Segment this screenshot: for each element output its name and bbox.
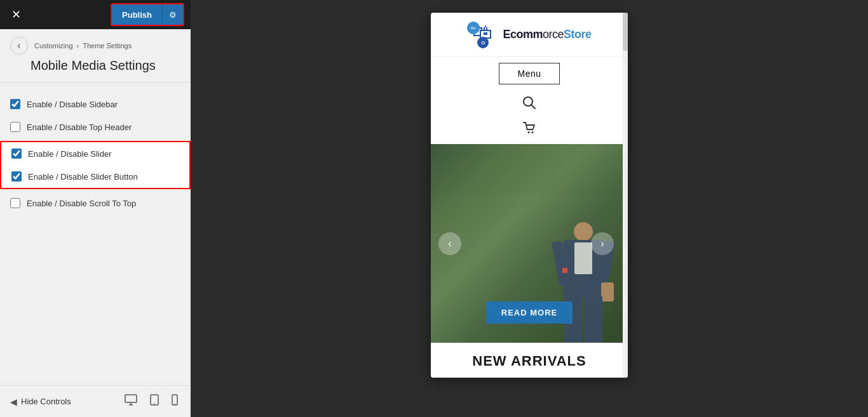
logo-store-text: Store [564, 28, 592, 41]
right-preview: 🛍 ✏ O EcommorceStore Menu [191, 0, 868, 417]
sidebar-label[interactable]: Enable / Disable Sidebar [27, 100, 118, 109]
svg-point-10 [532, 131, 534, 133]
new-arrivals-section: NEW ARRIVALS [431, 343, 628, 378]
hide-controls-arrow: ◀ [10, 397, 17, 407]
logo-ecomm: Ecomm [503, 28, 543, 41]
highlighted-group: Enable / Disable Slider Enable / Disable… [0, 141, 191, 189]
svg-rect-5 [172, 395, 177, 405]
top-header-label[interactable]: Enable / Disable Top Header [27, 122, 132, 132]
publish-area: Publish ⚙ [111, 3, 184, 26]
sidebar-setting: Enable / Disable Sidebar [0, 93, 191, 116]
bottom-icons [122, 392, 180, 411]
phone-scrollbar[interactable] [623, 13, 628, 378]
settings-list: Enable / Disable Sidebar Enable / Disabl… [0, 88, 191, 417]
slider-button-checkbox[interactable] [11, 171, 22, 182]
top-header-checkbox[interactable] [10, 122, 20, 132]
top-header-setting: Enable / Disable Top Header [0, 116, 191, 138]
svg-rect-0 [125, 395, 137, 402]
desktop-icon[interactable] [122, 392, 140, 411]
svg-point-4 [154, 403, 155, 404]
breadcrumb-customizing: Customizing [34, 42, 73, 50]
hide-controls[interactable]: ◀ Hide Controls [10, 397, 116, 407]
publish-button[interactable]: Publish [112, 4, 162, 25]
phone-slider: ‹ › READ MORE [431, 144, 628, 343]
cart-icon [522, 121, 536, 139]
left-panel: ✕ Publish ⚙ ‹ Customizing › Theme Settin… [0, 0, 191, 417]
menu-button[interactable]: Menu [499, 63, 559, 84]
new-arrivals-title: NEW ARRIVALS [441, 353, 618, 369]
svg-line-8 [532, 105, 536, 109]
tablet-icon[interactable] [147, 392, 161, 411]
slider-button-label[interactable]: Enable / Disable Slider Button [28, 172, 138, 182]
svg-point-9 [528, 131, 530, 133]
breadcrumb-separator: › [77, 42, 79, 50]
breadcrumb-area: ‹ Customizing › Theme Settings [0, 29, 191, 57]
gear-button[interactable]: ⚙ [162, 4, 183, 25]
page-title: Mobile Media Settings [31, 58, 180, 73]
svg-point-6 [174, 404, 175, 404]
scroll-to-top-setting: Enable / Disable Scroll To Top [0, 192, 191, 215]
hide-controls-label: Hide Controls [21, 397, 71, 406]
logo-icon-wrapper: 🛍 ✏ O [467, 20, 498, 48]
slider-label[interactable]: Enable / Disable Slider [28, 149, 112, 159]
breadcrumb-theme-settings: Theme Settings [83, 42, 132, 50]
scroll-to-top-label[interactable]: Enable / Disable Scroll To Top [27, 199, 136, 208]
search-icon [522, 96, 536, 114]
logo-orce: orce [543, 28, 564, 41]
scroll-to-top-checkbox[interactable] [10, 198, 20, 208]
read-more-button[interactable]: READ MORE [486, 301, 573, 324]
slider-setting: Enable / Disable Slider [1, 142, 189, 165]
phone-nav: Menu [431, 56, 628, 91]
slider-button-setting: Enable / Disable Slider Button [1, 165, 189, 188]
slider-prev-button[interactable]: ‹ [438, 232, 461, 255]
close-button[interactable]: ✕ [6, 5, 26, 24]
divider [0, 82, 191, 83]
back-button[interactable]: ‹ [10, 37, 28, 55]
sidebar-checkbox[interactable] [10, 99, 20, 109]
page-title-area: Mobile Media Settings [0, 57, 191, 82]
phone-header: 🛍 ✏ O EcommorceStore [431, 13, 628, 56]
phone-preview: 🛍 ✏ O EcommorceStore Menu [431, 13, 628, 378]
slider-checkbox[interactable] [11, 149, 22, 159]
lapel-pin [562, 268, 567, 273]
logo-area: 🛍 ✏ O EcommorceStore [467, 20, 591, 48]
mobile-icon[interactable] [169, 392, 180, 411]
bottom-bar: ◀ Hide Controls [0, 385, 191, 417]
logo-o-icon: O [477, 37, 489, 48]
phone-scrollbar-thumb [623, 13, 628, 51]
top-bar: ✕ Publish ⚙ [0, 0, 191, 29]
logo-text: EcommorceStore [503, 28, 591, 41]
phone-icons-row [431, 91, 628, 144]
slider-next-button[interactable]: › [591, 232, 614, 255]
